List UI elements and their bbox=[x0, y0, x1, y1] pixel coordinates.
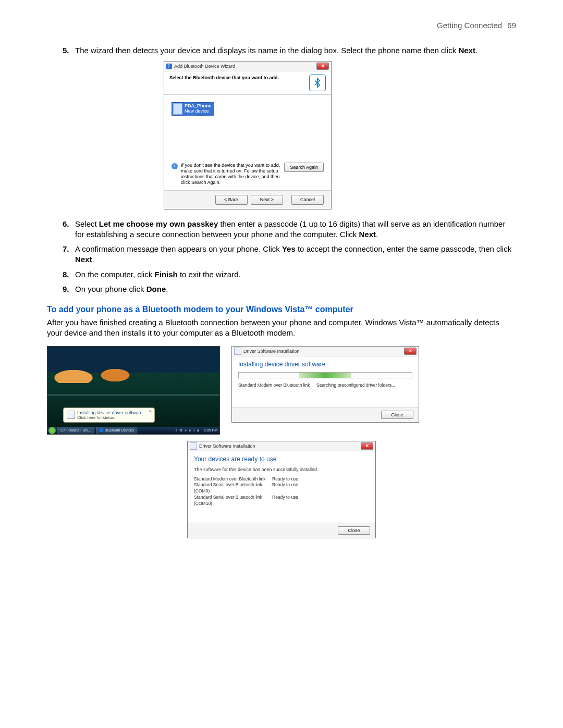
system-tray[interactable]: ᛒ ⚙ ◈ ▣ ⌂ ▦ bbox=[173, 428, 202, 433]
device-row: Standard Serial over Bluetooth link (COM… bbox=[188, 482, 375, 495]
dialog-title: Driver Software Installation bbox=[199, 443, 255, 449]
step-6: 6. Select Let me choose my own passkey t… bbox=[63, 219, 516, 240]
wizard-heading: Select the Bluetooth device that you wan… bbox=[169, 75, 279, 81]
driver-install-complete-dialog: Driver Software Installation ✕ Your devi… bbox=[187, 441, 376, 538]
desktop-screenshot: ✕ Installing device driver software Clic… bbox=[47, 346, 220, 435]
wallpaper-mountain bbox=[47, 347, 219, 383]
page-header: Getting Connected 69 bbox=[47, 21, 516, 30]
cancel-button[interactable]: Cancel bbox=[291, 195, 324, 204]
device-row: Standard Serial over Bluetooth link (COM… bbox=[188, 495, 375, 507]
dialog-heading: Installing device driver software bbox=[232, 356, 419, 370]
dialog-subheading: The software for this device has been su… bbox=[188, 465, 375, 473]
wizard-info-text: If you don't see the device that you wan… bbox=[181, 163, 281, 185]
close-button[interactable]: Close bbox=[338, 526, 370, 535]
device-row: Standard Modem over Bluetooth linkReady … bbox=[188, 476, 375, 483]
back-button[interactable]: < Back bbox=[215, 195, 248, 204]
dialog-heading: Your devices are ready to use bbox=[188, 451, 375, 465]
next-button[interactable]: Next > bbox=[251, 195, 283, 204]
notification-balloon[interactable]: ✕ Installing device driver software Clic… bbox=[63, 408, 155, 423]
wallpaper-water bbox=[47, 394, 219, 396]
balloon-subtitle: Click here for status. bbox=[77, 415, 150, 420]
driver-icon bbox=[67, 411, 75, 419]
section-name: Getting Connected bbox=[437, 21, 502, 30]
section-heading: To add your phone as a Bluetooth modem t… bbox=[47, 305, 516, 314]
close-button[interactable]: Close bbox=[381, 411, 413, 419]
driver-icon bbox=[190, 442, 197, 450]
taskbar-item[interactable]: C:\ - Data\Z - Uni... bbox=[57, 427, 95, 434]
search-again-button[interactable]: Search Again bbox=[284, 163, 324, 172]
step-5: 5. The wizard then detects your device a… bbox=[63, 45, 516, 209]
taskbar: C:\ - Data\Z - Uni... Bluetooth Devices … bbox=[47, 427, 219, 434]
bluetooth-wizard-dialog: ᛒ Add Bluetooth Device Wizard ✕ Select t… bbox=[164, 61, 332, 209]
device-type: New device bbox=[185, 109, 212, 114]
start-button[interactable] bbox=[48, 427, 56, 434]
status-row: Standard Modem over Bluetooth link Searc… bbox=[232, 382, 419, 389]
page-number: 69 bbox=[507, 21, 516, 30]
step-8: 8. On the computer, click Finish to exit… bbox=[63, 269, 516, 280]
dialog-title: Driver Software Installation bbox=[243, 349, 300, 354]
balloon-title: Installing device driver software bbox=[77, 410, 150, 415]
driver-install-progress-dialog: Driver Software Installation ✕ Installin… bbox=[231, 346, 419, 423]
driver-icon bbox=[234, 348, 241, 355]
device-item-selected[interactable]: PDA_Phone New device bbox=[172, 102, 214, 116]
bluetooth-icon: ᛒ bbox=[166, 64, 172, 69]
close-icon[interactable]: ✕ bbox=[404, 348, 417, 355]
close-icon[interactable]: ✕ bbox=[149, 409, 152, 414]
taskbar-item[interactable]: Bluetooth Devices bbox=[96, 427, 138, 434]
wizard-titlebar: ᛒ Add Bluetooth Device Wizard ✕ bbox=[164, 61, 331, 71]
info-icon: i bbox=[172, 163, 178, 169]
progress-bar bbox=[238, 372, 412, 378]
clock: 6:05 PM bbox=[202, 428, 219, 432]
section-paragraph: After you have finished creating a Bluet… bbox=[47, 317, 516, 339]
close-icon[interactable]: ✕ bbox=[361, 442, 373, 450]
close-icon[interactable]: ✕ bbox=[316, 63, 329, 70]
step-9: 9. On your phone click Done. bbox=[63, 284, 516, 294]
step-7: 7. A confirmation message then appears o… bbox=[63, 244, 516, 265]
phone-icon bbox=[173, 103, 182, 115]
wizard-title: Add Bluetooth Device Wizard bbox=[174, 63, 235, 69]
bluetooth-logo-icon bbox=[309, 75, 326, 91]
